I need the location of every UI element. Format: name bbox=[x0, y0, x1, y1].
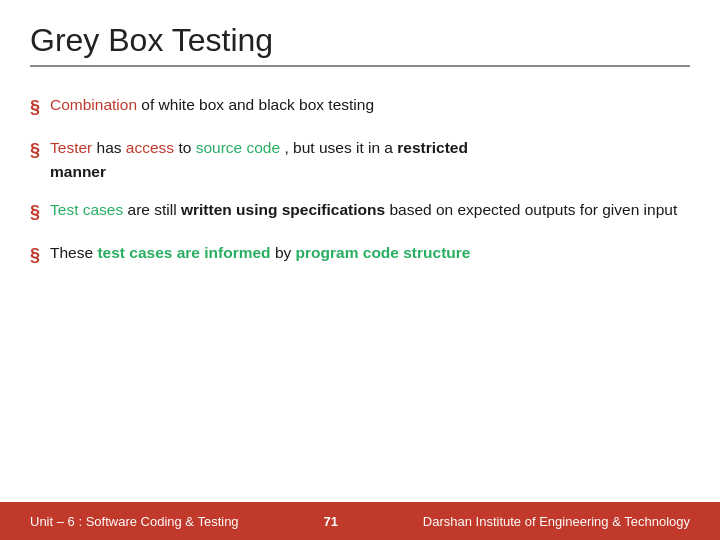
bullet-symbol-3: § bbox=[30, 199, 40, 227]
span-test-cases-informed: test cases are informed bbox=[97, 244, 270, 261]
bullet-symbol-4: § bbox=[30, 242, 40, 270]
footer-left: Unit – 6 : Software Coding & Testing bbox=[30, 514, 239, 529]
span-based-on: based on expected outputs for given inpu… bbox=[389, 201, 677, 218]
span-combination: Combination bbox=[50, 96, 137, 113]
span-program-code-structure: program code structure bbox=[296, 244, 471, 261]
span-access: access bbox=[126, 139, 174, 156]
span-source-code: source code bbox=[196, 139, 280, 156]
span-test-cases: Test cases bbox=[50, 201, 123, 218]
content-area: § Combination of white box and black box… bbox=[0, 75, 720, 502]
bullet-symbol-1: § bbox=[30, 94, 40, 122]
span-of-white: of white box and black box testing bbox=[141, 96, 374, 113]
span-manner: manner bbox=[50, 163, 106, 180]
title-underline bbox=[30, 65, 690, 67]
bullet-item-3: § Test cases are still written using spe… bbox=[30, 198, 690, 227]
span-written-using: written using specifications bbox=[181, 201, 385, 218]
bullet-text-1: Combination of white box and black box t… bbox=[50, 93, 690, 117]
bullet-text-4: These test cases are informed by program… bbox=[50, 241, 690, 265]
bullet-item-2: § Tester has access to source code , but… bbox=[30, 136, 690, 184]
span-by: by bbox=[275, 244, 296, 261]
span-has: has bbox=[97, 139, 126, 156]
footer: Unit – 6 : Software Coding & Testing 71 … bbox=[0, 502, 720, 540]
slide-title: Grey Box Testing bbox=[30, 22, 690, 59]
span-but-uses: , but uses it in a bbox=[284, 139, 397, 156]
slide: Grey Box Testing § Combination of white … bbox=[0, 0, 720, 540]
span-tester: Tester bbox=[50, 139, 92, 156]
bullet-item-4: § These test cases are informed by progr… bbox=[30, 241, 690, 270]
footer-center: 71 bbox=[323, 514, 337, 529]
footer-right: Darshan Institute of Engineering & Techn… bbox=[423, 514, 690, 529]
span-restricted: restricted bbox=[397, 139, 468, 156]
title-area: Grey Box Testing bbox=[0, 0, 720, 75]
bullet-text-3: Test cases are still written using speci… bbox=[50, 198, 690, 222]
bullet-item-1: § Combination of white box and black box… bbox=[30, 93, 690, 122]
bullet-symbol-2: § bbox=[30, 137, 40, 165]
bullet-text-2: Tester has access to source code , but u… bbox=[50, 136, 690, 184]
span-are-still: are still bbox=[128, 201, 181, 218]
span-these: These bbox=[50, 244, 97, 261]
span-to: to bbox=[178, 139, 195, 156]
